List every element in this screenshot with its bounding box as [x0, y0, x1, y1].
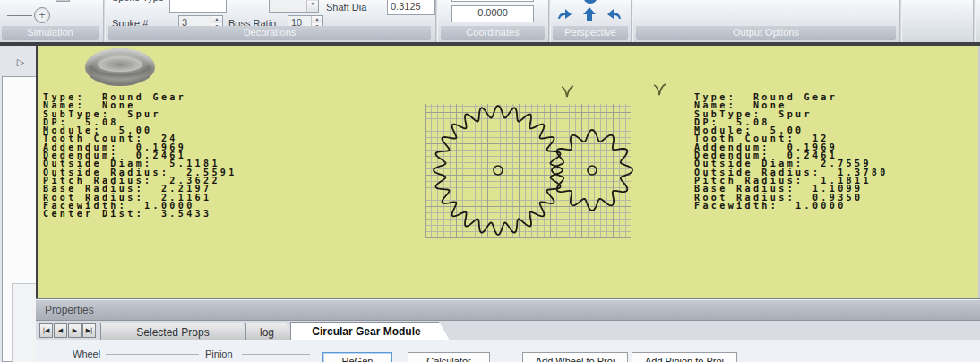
add-wheel-button[interactable]: Add Wheel to Proj — [522, 352, 628, 362]
gear-drawing — [38, 46, 980, 298]
drawing-canvas[interactable]: Type: Round GearName: NoneSubType: SpurD… — [36, 46, 980, 298]
calculator-button[interactable]: Calculator — [408, 352, 490, 362]
sidebar-panel — [2, 76, 36, 362]
clipped-rotate-icon[interactable] — [583, 0, 597, 4]
spoke-type-combobox[interactable] — [169, 0, 227, 13]
clipped-coordinate-field[interactable] — [451, 0, 534, 2]
rotate-right-arrow-icon[interactable] — [554, 5, 574, 23]
decorations-group-label: Decorations — [108, 26, 431, 40]
decorations-group: Spoke Type ▲▼ Shaft Dia 0.3125 Spoke # 3… — [107, 0, 433, 42]
simulation-group-label: Simulation — [2, 26, 99, 40]
group-separator — [899, 0, 902, 42]
up-arrow-icon[interactable] — [580, 5, 599, 23]
rotate-left-arrow-icon[interactable] — [605, 5, 624, 23]
add-pinion-button[interactable]: Add Pinion to Proj — [632, 352, 737, 362]
simulation-slider-track[interactable] — [7, 15, 32, 16]
perspective-group-label: Perspective — [553, 26, 628, 40]
tab-selected-props[interactable]: Selected Props — [100, 323, 253, 340]
clipped-spinner[interactable]: ▲▼ — [269, 0, 319, 13]
simulation-group: + Simulation — [0, 0, 102, 42]
ribbon-toolbar: + Simulation Spoke Type ▲▼ Shaft Dia 0.3… — [0, 0, 980, 42]
shaft-dia-field[interactable]: 0.3125 — [387, 0, 435, 15]
spoke-type-label: Spoke Type — [112, 0, 164, 4]
properties-title: Properties — [45, 304, 94, 316]
wheel-groupbox-line — [106, 354, 199, 355]
properties-panel: Properties |◀ ◀ ▶ ▶| Selected Props log … — [36, 298, 980, 362]
tab-circular-gear-module[interactable]: Circular Gear Module — [290, 322, 450, 340]
wheel-center-hole — [494, 166, 503, 175]
shaft-dia-label: Shaft Dia — [326, 0, 366, 14]
zoom-plus-icon[interactable]: + — [34, 7, 50, 23]
spin-up-icon[interactable]: ▲ — [312, 16, 322, 23]
tab-next-button[interactable]: ▶ — [68, 323, 82, 338]
tab-prev-button[interactable]: ◀ — [54, 323, 67, 338]
slider-fragment[interactable] — [56, 0, 70, 2]
properties-title-bar[interactable]: Properties — [36, 300, 980, 321]
pinion-center-hole — [588, 166, 597, 175]
wheel-gear-outline[interactable] — [434, 106, 563, 235]
group-separator — [973, 0, 976, 42]
coordinates-group-label: Coordinates — [441, 26, 545, 40]
pinion-gear-outline[interactable] — [552, 130, 632, 211]
spin-up-icon[interactable]: ▲ — [211, 16, 222, 23]
spin-down-icon[interactable]: ▼ — [307, 1, 318, 12]
wheel-groupbox-label: Wheel — [70, 349, 103, 359]
coordinate-field[interactable]: 0.0000 — [451, 5, 534, 22]
output-options-group-label: Output Options — [636, 26, 896, 40]
check-mark-icon — [560, 85, 576, 99]
tab-log[interactable]: log — [245, 323, 296, 340]
sidebar-inner-panel — [12, 283, 37, 362]
tab-strip: |◀ ◀ ▶ ▶| Selected Props log Circular Ge… — [36, 321, 980, 340]
regen-button[interactable]: ReGen — [322, 352, 392, 362]
tab-first-button[interactable]: |◀ — [39, 323, 53, 338]
check-mark-icon — [652, 83, 668, 98]
perspective-group: Perspective — [551, 0, 630, 42]
group-separator — [631, 0, 633, 42]
left-sidebar: ▷ — [0, 46, 36, 362]
tab-last-button[interactable]: ▶| — [82, 323, 96, 338]
tab-content: Wheel Pinion ReGen Calculator Add Wheel … — [36, 340, 980, 362]
coordinates-group: 0.0000 Coordinates — [439, 0, 547, 42]
pinion-groupbox-line — [242, 354, 310, 355]
group-separator — [435, 0, 438, 42]
pinion-groupbox-label: Pinion — [202, 349, 236, 359]
output-options-group: Output Options — [634, 0, 898, 42]
expand-panel-icon[interactable]: ▷ — [13, 54, 29, 70]
group-separator — [103, 0, 106, 42]
